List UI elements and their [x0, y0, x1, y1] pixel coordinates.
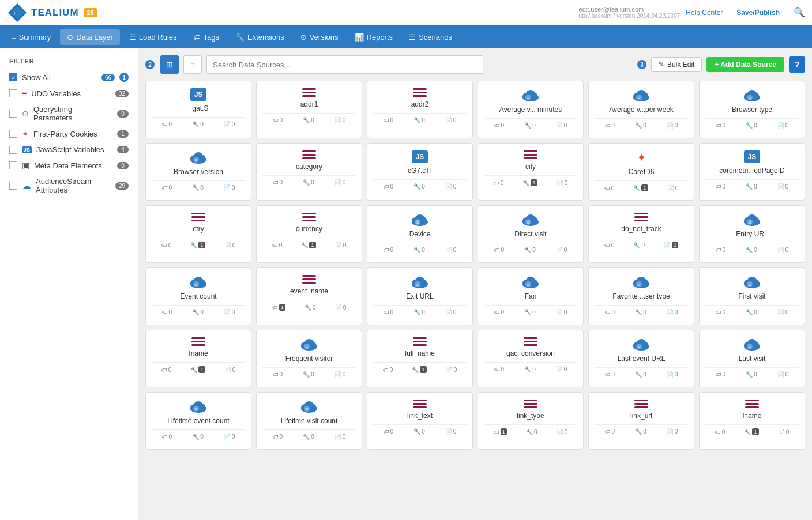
- data-card[interactable]: gac_conversion 🏷0 🔧0 📄0: [478, 330, 584, 387]
- data-card[interactable]: lname 🏷0 🔧1 📄0: [699, 392, 805, 450]
- data-card[interactable]: ≡ Fan 🏷0 🔧0 📄0: [478, 267, 584, 325]
- top-search-icon[interactable]: 🔍: [794, 7, 805, 18]
- data-card[interactable]: link_type 🏷1 🔧0 📄0: [478, 392, 584, 450]
- data-card[interactable]: ≡ Average v... minutes 🏷0 🔧0 📄0: [478, 81, 584, 138]
- data-card[interactable]: full_name 🏷0 🔧1 📄0: [367, 330, 473, 387]
- card-name: do_not_track: [595, 225, 688, 233]
- sidebar-item-audience[interactable]: ☁ AudienceStream Attributes 29: [0, 174, 138, 198]
- card-stat: 📄0: [334, 371, 346, 378]
- cloud-type-icon: ≡: [742, 337, 762, 351]
- nav-extensions[interactable]: 🔧 Extensions: [228, 29, 291, 45]
- data-card[interactable]: fname 🏷0 🔧1 📄0: [145, 330, 251, 387]
- card-stat: 🏷0: [384, 309, 394, 315]
- card-stat: 🏷0: [605, 309, 615, 315]
- stat-icon: 🔧: [524, 122, 531, 129]
- search-input[interactable]: [206, 55, 483, 74]
- data-card[interactable]: do_not_track 🏷0 🔧0 📄1: [588, 205, 694, 263]
- data-card[interactable]: ≡ Lifetime event count 🏷0 🔧0 📄0: [145, 392, 251, 450]
- js-vars-checkbox[interactable]: [9, 146, 17, 154]
- data-card[interactable]: JS _gat.S 🏷0 🔧0 📄0: [145, 81, 251, 138]
- sidebar-item-meta[interactable]: ▣ Meta Data Elements 0: [0, 157, 138, 174]
- data-card[interactable]: event_name 🏷1 🔧0 📄0: [256, 267, 362, 325]
- svg-text:≡: ≡: [527, 220, 530, 225]
- nav-tags[interactable]: 🏷 Tags: [186, 29, 226, 45]
- sidebar-item-js-vars[interactable]: JS JavaScript Variables 4: [0, 142, 138, 157]
- data-card[interactable]: ≡ Average v...per week 🏷0 🔧0 📄0: [588, 81, 694, 138]
- data-card[interactable]: ≡ Last visit 🏷0 🔧0 📄0: [699, 330, 805, 387]
- data-card[interactable]: currency 🏷0 🔧1 📄0: [256, 205, 362, 263]
- help-center-link[interactable]: Help Center: [686, 9, 723, 17]
- card-stat: 📄0: [335, 304, 347, 311]
- svg-text:≡: ≡: [195, 407, 198, 412]
- sidebar-item-cookies[interactable]: ✦ First-Party Cookies 1: [0, 126, 138, 142]
- audience-checkbox[interactable]: [9, 182, 17, 190]
- data-card[interactable]: JS cG7.cTI 🏷0 🔧0 📄0: [367, 143, 473, 201]
- bulk-edit-button[interactable]: ✎ Bulk Edit: [651, 57, 702, 72]
- card-name: addr2: [373, 100, 467, 108]
- data-card[interactable]: ctry 🏷0 🔧1 📄0: [145, 205, 251, 263]
- data-card[interactable]: link_text 🏷0 🔧0 📄0: [367, 392, 473, 450]
- data-card[interactable]: ≡ Device 🏷0 🔧0 📄0: [367, 205, 473, 263]
- nav-reports[interactable]: 📊 Reports: [348, 29, 400, 45]
- sidebar-item-show-all[interactable]: Show All 66 1: [0, 69, 138, 85]
- list-view-button[interactable]: ≡: [183, 55, 202, 74]
- data-card[interactable]: ≡ Frequent visitor 🏷0 🔧0 📄0: [256, 330, 362, 387]
- stat-icon: 📄: [664, 242, 671, 248]
- nav-summary[interactable]: ≡ Summary: [5, 29, 58, 45]
- data-card[interactable]: ≡ Browser version 🏷0 🔧0 📄0: [145, 143, 251, 201]
- card-stat: 🔧0: [413, 183, 425, 190]
- stat-icon: 🏷: [272, 242, 278, 248]
- nav-scenarios[interactable]: ☰ Scenarios: [402, 29, 459, 45]
- data-card[interactable]: ≡ Direct visit 🏷0 🔧0 📄0: [478, 205, 584, 263]
- grid-view-button[interactable]: ⊞: [160, 55, 179, 74]
- data-card[interactable]: ≡ First visit 🏷0 🔧0 📄0: [699, 267, 805, 325]
- data-card[interactable]: ≡ Exit URL 🏷0 🔧0 📄0: [367, 267, 473, 325]
- sidebar-item-udo[interactable]: ≡ UDO Variables 32: [0, 85, 138, 101]
- notification-badge[interactable]: 28: [84, 8, 97, 17]
- cookies-checkbox[interactable]: [9, 130, 17, 138]
- data-card[interactable]: addr1 🏷0 🔧0 📄0: [256, 81, 362, 138]
- meta-checkbox[interactable]: [9, 161, 17, 169]
- card-stat: 📄0: [335, 242, 347, 248]
- stat-icon: 🔧: [744, 429, 751, 435]
- data-card[interactable]: category 🏷0 🔧0 📄0: [256, 143, 362, 201]
- stat-icon: 🏷: [494, 309, 500, 315]
- nav-data-layer-label: Data Layer: [76, 33, 113, 42]
- card-icon: ≡: [373, 213, 467, 227]
- add-data-source-button[interactable]: + Add Data Source: [706, 57, 784, 72]
- lines-type-icon: [412, 400, 428, 408]
- card-name: city: [484, 163, 577, 171]
- data-card[interactable]: ≡ Event count 🏷0 🔧0 📄0: [145, 267, 251, 325]
- card-stat: 🔧1: [412, 366, 426, 373]
- show-all-checkbox[interactable]: [9, 73, 17, 81]
- data-card[interactable]: addr2 🏷0 🔧0 📄0: [367, 81, 473, 138]
- data-card[interactable]: ≡ Lifetime visit count 🏷0 🔧0 📄0: [256, 392, 362, 450]
- sidebar-item-querystring[interactable]: ⊙ Querystring Parameters 0: [0, 101, 138, 126]
- stat-icon: 📄: [667, 428, 674, 435]
- svg-text:≡: ≡: [195, 282, 198, 288]
- show-all-badge: 66: [102, 74, 115, 81]
- data-card[interactable]: ≡ Favorite ...ser type 🏷0 🔧0 📄0: [588, 267, 694, 325]
- data-card[interactable]: link_url 🏷0 🔧0 📄0: [588, 392, 694, 450]
- stat-icon: 🔧: [746, 183, 753, 190]
- querystring-checkbox[interactable]: [9, 110, 17, 118]
- cloud-type-icon: ≡: [742, 275, 762, 289]
- udo-checkbox[interactable]: [9, 89, 17, 97]
- card-name: Entry URL: [705, 230, 799, 238]
- data-card[interactable]: ≡ Last event URL 🏷0 🔧0 📄0: [588, 330, 694, 387]
- help-button[interactable]: ?: [789, 56, 805, 73]
- card-stat: 🏷0: [605, 122, 615, 129]
- data-card[interactable]: city 🏷0 🔧1 📄0: [478, 143, 584, 201]
- data-card[interactable]: JS coremetri...edPageID 🏷0 🔧0 📄0: [699, 143, 805, 201]
- data-card[interactable]: ✦ CoreID6 🏷0 🔧1 📄0: [588, 143, 694, 201]
- data-card[interactable]: ≡ Entry URL 🏷0 🔧0 📄0: [699, 205, 805, 263]
- card-stat: 🏷0: [162, 434, 172, 440]
- data-card[interactable]: ≡ Browser type 🏷0 🔧0 📄0: [699, 81, 805, 138]
- nav-load-rules-label: Load Rules: [139, 33, 177, 42]
- content-area: 2 ⊞ ≡ 3 ✎ Bulk Edit + Add Data Source ? …: [138, 48, 812, 520]
- nav-load-rules[interactable]: ☰ Load Rules: [122, 29, 184, 45]
- save-publish-button[interactable]: Save/Publish: [728, 6, 788, 20]
- nav-versions[interactable]: ⊙ Versions: [294, 29, 345, 45]
- card-stats: 🏷0 🔧1 📄0: [152, 362, 245, 373]
- nav-data-layer[interactable]: ⊙ Data Layer: [60, 29, 120, 45]
